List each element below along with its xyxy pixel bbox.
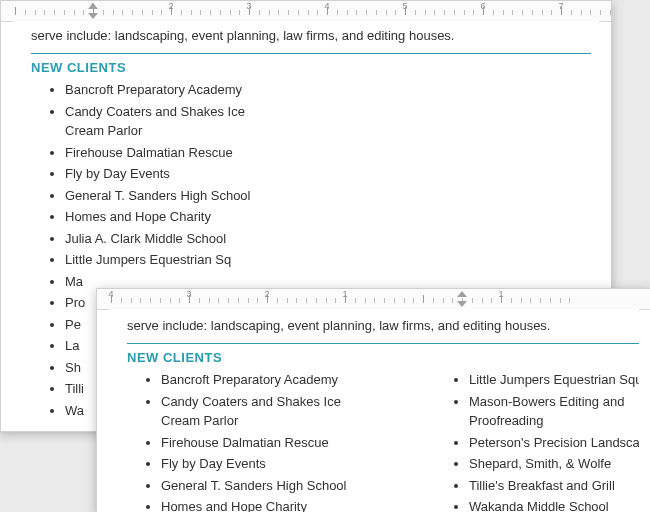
list-item: Bancroft Preparatory Academy — [161, 369, 361, 391]
list-item: Homes and Hope Charity — [65, 206, 275, 228]
list-item: Tillie's Breakfast and Grill — [469, 475, 639, 497]
list-item: General T. Sanders High School — [161, 475, 361, 497]
list-item: Fly by Day Events — [161, 453, 361, 475]
hanging-indent-marker[interactable] — [88, 13, 98, 19]
section-heading-new-clients: NEW CLIENTS — [127, 343, 639, 365]
list-item: General T. Sanders High School — [65, 185, 275, 207]
body-paragraph: serve include: landscaping, event planni… — [127, 317, 621, 335]
section-heading-new-clients: NEW CLIENTS — [31, 53, 591, 75]
list-item: Little Jumpers Equestrian Squad — [469, 369, 639, 391]
clients-list-column-1: Bancroft Preparatory AcademyCandy Coater… — [127, 369, 401, 512]
first-line-indent-marker[interactable] — [457, 291, 467, 297]
document-page: serve include: landscaping, event planni… — [109, 309, 639, 512]
list-item: Mason-Bowers Editing and Proofreading — [469, 391, 639, 432]
list-item: Fly by Day Events — [65, 163, 275, 185]
list-item: Candy Coaters and Shakes Ice Cream Parlo… — [161, 391, 361, 432]
list-item: Wakanda Middle School — [469, 496, 639, 512]
horizontal-ruler[interactable]: 43211 — [97, 289, 650, 310]
body-paragraph: serve include: landscaping, event planni… — [31, 27, 581, 45]
list-item: Julia A. Clark Middle School — [65, 228, 275, 250]
hanging-indent-marker[interactable] — [457, 301, 467, 307]
two-column-container: Bancroft Preparatory AcademyCandy Coater… — [127, 365, 621, 512]
list-item: Peterson's Precision Landscaping — [469, 432, 639, 454]
list-item: Firehouse Dalmatian Rescue — [65, 142, 275, 164]
first-line-indent-marker[interactable] — [88, 3, 98, 9]
horizontal-ruler[interactable]: 12345678 — [1, 1, 611, 22]
list-item: Candy Coaters and Shakes Ice Cream Parlo… — [65, 101, 275, 142]
clients-list-column-2: Little Jumpers Equestrian SquadMason-Bow… — [435, 369, 639, 512]
document-window-two-column: 43211 serve include: landscaping, event … — [96, 288, 650, 512]
list-item: Homes and Hope Charity — [161, 496, 361, 512]
list-item: Firehouse Dalmatian Rescue — [161, 432, 361, 454]
list-item: Little Jumpers Equestrian Sq — [65, 249, 275, 271]
list-item: Shepard, Smith, & Wolfe — [469, 453, 639, 475]
list-item: Bancroft Preparatory Academy — [65, 79, 275, 101]
screenshot-stage: 12345678 serve include: landscaping, eve… — [0, 0, 650, 512]
